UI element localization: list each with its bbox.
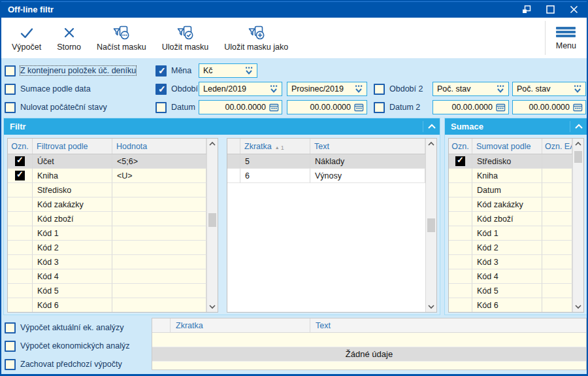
filter-row[interactable]: Kód 6 [8,298,206,312]
checkbox-z-kontejneru[interactable]: Z kontejneru položek úč. deníku [5,63,136,78]
mask-save-as-icon [248,24,265,41]
column-header-ozn-ea[interactable]: Ozn. EA [542,139,572,154]
calendar-icon[interactable] [354,103,364,112]
column-header-ozn[interactable]: Ozn. [8,139,33,154]
checkbox-vypocet-ekonomickych-analyz[interactable]: Výpočet ekonomických analýz [5,339,129,353]
filter-row[interactable]: Účet<5;6> [8,154,206,169]
mena-select[interactable]: Kč [199,63,257,78]
checkbox-mena[interactable]: Měna [155,63,191,78]
cell-zkratka: 5 [240,154,310,169]
filter-row[interactable]: Kód 2 [8,241,206,255]
scrollbar-thumb[interactable] [574,151,582,163]
toolbar-button-label: Načíst masku [97,43,146,52]
filter-row[interactable]: Kód 1 [8,226,206,241]
titlebar: Off-line filtr [1,1,587,18]
scroll-up-icon[interactable] [207,139,218,149]
abbreviation-row[interactable]: 5Náklady [227,154,425,169]
checked-checkbox-icon [15,156,25,166]
toolbar-button[interactable]: Storno [49,18,89,58]
filter-row[interactable]: Kód zboží [8,212,206,226]
column-header-sumovat-podle[interactable]: Sumovat podle [472,139,542,154]
sumace-row[interactable]: Kód 4 [449,269,572,284]
toolbar-button[interactable]: Uložit masku [154,18,217,58]
sumace-row[interactable]: Kód 1 [449,226,572,241]
sumace-row[interactable]: Středisko [449,154,572,169]
checkbox-datum[interactable]: Datum [155,100,195,114]
cell-ozn [449,284,472,298]
sumace-row[interactable]: Kód 6 [449,298,572,312]
obdobi2-from-select[interactable]: Poč. stav [433,82,509,96]
sumace-grid-scrollbar[interactable] [572,139,583,312]
checkbox-datum-2[interactable]: Datum 2 [374,100,420,114]
cell-ozn [8,197,33,212]
scroll-down-icon[interactable] [207,301,218,312]
cell-hodnota [112,183,206,197]
calendar-icon[interactable] [269,103,279,112]
close-icon[interactable] [567,4,580,16]
checkbox-nulovat-pocatecni-stavy[interactable]: Nulovat počáteční stavy [5,100,107,114]
datum-to-input[interactable]: 00.00.0000 [287,100,367,114]
cell-filtrovat-podle: Kód zakázky [33,197,112,212]
checkbox-obdobi-2[interactable]: Období 2 [374,82,423,96]
sort-asc-icon [272,142,280,151]
menu-button[interactable]: Menu [556,26,576,51]
scroll-up-icon[interactable] [426,139,436,149]
sumace-row[interactable]: Kód 3 [449,255,572,269]
column-header-ozn[interactable]: Ozn. [449,139,472,154]
filter-row[interactable]: Kód 5 [8,284,206,298]
filter-row[interactable]: Kód zakázky [8,197,206,212]
collapse-chevron-icon[interactable] [423,121,436,132]
sumace-row[interactable]: Kód zakázky [449,197,572,212]
datum2-from-input[interactable]: 00.00.0000 [433,100,509,114]
datum-from-input[interactable]: 00.00.0000 [199,100,282,114]
sumace-row[interactable]: Datum [449,183,572,197]
sumace-row[interactable]: Kód 5 [449,284,572,298]
sumace-row[interactable]: Kód 2 [449,241,572,255]
sumace-row[interactable]: Kniha [449,169,572,183]
scrollbar-thumb[interactable] [208,213,216,227]
filter-row[interactable]: Středisko [8,183,206,197]
cell-ozn-ea [542,284,572,298]
scroll-down-icon[interactable] [573,301,583,312]
checkbox-sumace-podle-data[interactable]: Sumace podle data [5,82,91,96]
column-header-zkratka[interactable]: Zkratka [171,318,310,332]
scroll-down-icon[interactable] [426,301,436,312]
abbreviations-grid: Zkratka1 Text 5Náklady6Výnosy [227,138,437,313]
collapse-chevron-icon[interactable] [570,121,583,132]
column-header-filtrovat-podle[interactable]: Filtrovat podle [33,139,112,154]
toolbar-button[interactable]: Uložit masku jako [216,18,296,58]
obdobi2-to-select[interactable]: Poč. stav [512,82,586,96]
table-row [152,362,586,370]
filter-row[interactable]: Kód 4 [8,269,206,284]
column-header-zkratka[interactable]: Zkratka1 [240,139,310,154]
maximize-icon[interactable] [544,4,557,16]
obdobi-to-select[interactable]: Prosinec/2019 [287,82,367,96]
abbreviation-row[interactable]: 6Výnosy [227,169,425,183]
column-header-text[interactable]: Text [310,139,425,154]
checkbox-zachovat-predchozi-vypocty[interactable]: Zachovat předchozí výpočty [5,357,122,371]
checkbox-obdobi[interactable]: Období [155,82,198,96]
scroll-up-icon[interactable] [573,139,583,149]
cell-filtrovat-podle: Kód 3 [33,255,112,269]
calendar-icon[interactable] [496,103,506,112]
checkbox-vypocet-aktualni-ek-analyzy[interactable]: Výpočet aktuální ek. analýzy [5,320,123,335]
sumace-row[interactable]: Kód zboží [449,212,572,226]
restore-icon[interactable] [520,4,533,16]
checkbox-box [5,341,16,352]
column-header-text[interactable]: Text [310,318,586,332]
cell-ozn-ea [542,269,572,284]
column-header-hodnota[interactable]: Hodnota [112,139,206,154]
toolbar-button[interactable]: Načíst masku [89,18,154,58]
abbreviations-grid-scrollbar[interactable] [425,139,436,312]
scrollbar-thumb[interactable] [427,218,435,232]
cell-ozn [449,197,472,212]
mask-load-icon [112,24,130,41]
datum2-to-input[interactable]: 00.00.0000 [512,100,586,114]
calendar-icon[interactable] [573,103,583,112]
filter-row[interactable]: Kód 3 [8,255,206,269]
toolbar-button[interactable]: Výpočet [4,18,49,58]
obdobi-from-select[interactable]: Leden/2019 [199,82,282,96]
cell-ozn-ea [542,183,572,197]
filter-grid-scrollbar[interactable] [206,139,218,312]
filter-row[interactable]: Kniha<U> [8,169,206,183]
